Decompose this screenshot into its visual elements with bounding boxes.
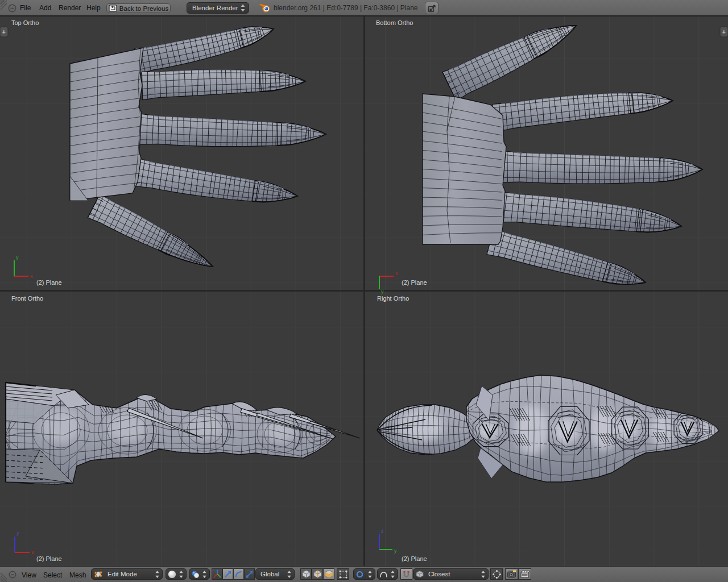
svg-text:(2) Plane: (2) Plane: [36, 279, 62, 286]
svg-text:z: z: [381, 528, 384, 534]
svg-text:(2) Plane: (2) Plane: [402, 555, 427, 562]
svg-text:x: x: [395, 271, 398, 276]
svg-text:+: +: [722, 28, 726, 35]
svg-text:Top Ortho: Top Ortho: [11, 19, 39, 26]
svg-text:z: z: [16, 531, 19, 537]
svg-text:x: x: [30, 273, 33, 279]
svg-text:Bottom Ortho: Bottom Ortho: [376, 19, 413, 26]
svg-text:Front Ortho: Front Ortho: [11, 295, 43, 302]
svg-text:+: +: [2, 28, 6, 35]
svg-text:x: x: [31, 550, 34, 555]
svg-text:y: y: [381, 289, 384, 294]
svg-text:Right Ortho: Right Ortho: [377, 295, 409, 302]
svg-text:(2) Plane: (2) Plane: [36, 555, 62, 562]
svg-text:y: y: [394, 548, 397, 554]
svg-text:y: y: [16, 255, 19, 260]
svg-text:(2) Plane: (2) Plane: [402, 279, 427, 286]
